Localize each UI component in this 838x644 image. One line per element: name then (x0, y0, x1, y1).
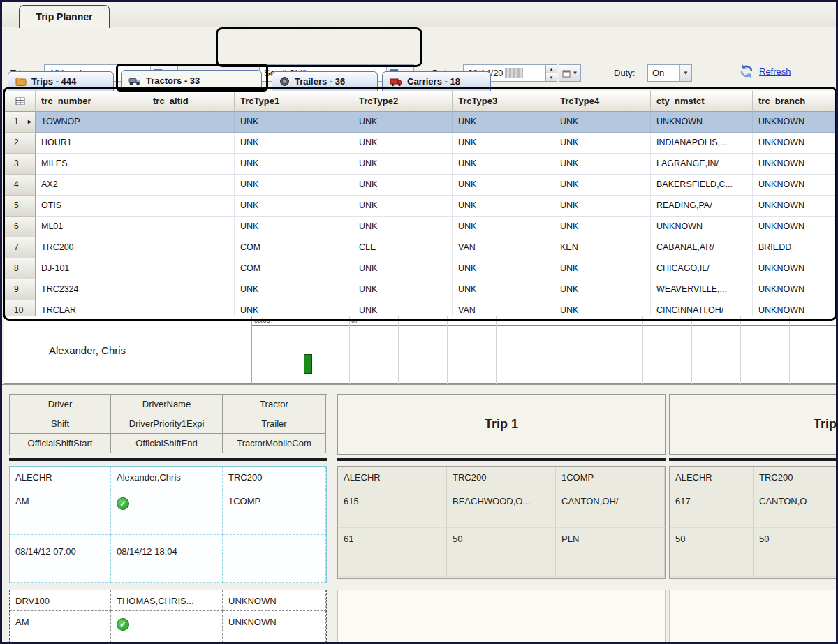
grid-cell[interactable]: UNK (554, 217, 651, 237)
grid-cell[interactable]: UNK (235, 154, 353, 175)
grid-cell[interactable]: BRIEDD (753, 237, 837, 258)
grid-cell[interactable]: UNKNOWN (753, 112, 837, 133)
driver-card-alechr[interactable]: ALECHR Alexander,Chris TRC200 AM ✓ 1COMP… (9, 466, 327, 583)
chevron-down-icon[interactable]: ▼ (679, 65, 691, 81)
grid-cell[interactable]: UNK (353, 112, 453, 133)
grid-cell[interactable]: TRC2324 (36, 279, 147, 300)
grid-cell[interactable]: CABANAL,AR/ (651, 237, 753, 258)
trip2-card[interactable]: ALECHR TRC200 617 CANTON,O 50 50 (669, 466, 838, 579)
grid-cell[interactable]: UNK (554, 112, 651, 133)
grid-cell[interactable]: COM (235, 258, 353, 279)
grid-cell[interactable] (147, 175, 235, 196)
empty-trip-slot[interactable] (337, 590, 666, 644)
grid-cell[interactable]: WEAVERVILLE,... (651, 279, 753, 300)
grid-cell[interactable]: UNK (235, 300, 353, 316)
grid-cell[interactable]: UNKNOWN (753, 258, 837, 279)
refresh-link[interactable]: Refresh (759, 66, 791, 77)
grid-cell[interactable]: VAN (453, 300, 554, 316)
grid-cell[interactable]: UNKNOWN (753, 279, 837, 300)
date-spinner[interactable]: ▲ ▼ (545, 64, 557, 82)
grid-cell[interactable]: UNKNOWN (753, 300, 837, 316)
column-header-cty-nmstct[interactable]: cty_nmstct (651, 91, 753, 112)
column-header-trc-branch[interactable]: trc_branch (753, 91, 837, 112)
grid-cell[interactable]: READING,PA/ (651, 196, 753, 217)
grid-cell[interactable] (147, 133, 235, 154)
grid-cell[interactable]: TRCLAR (36, 300, 147, 316)
grid-cell[interactable]: UNK (235, 175, 353, 196)
grid-cell[interactable]: KEN (554, 237, 651, 258)
column-header-trctype3[interactable]: TrcType3 (453, 91, 554, 112)
gantt-timeline[interactable]: 08/06 07 (252, 316, 838, 384)
grid-cell[interactable]: LAGRANGE,IN/ (651, 154, 753, 175)
grid-cell[interactable]: UNK (554, 196, 651, 217)
row-header[interactable]: 1► (5, 112, 36, 133)
row-header[interactable]: 9 (5, 279, 36, 300)
spin-up-icon[interactable]: ▲ (546, 65, 557, 73)
grid-cell[interactable]: BAKERSFIELD,C... (651, 175, 753, 196)
row-header[interactable]: 10 (5, 300, 36, 316)
row-header[interactable]: 3 (5, 154, 36, 175)
tab-carriers[interactable]: Carriers - 18 (382, 71, 491, 91)
date-calendar-button[interactable]: ▼ (559, 64, 581, 82)
grid-cell[interactable]: HOUR1 (36, 133, 147, 154)
grid-cell[interactable]: UNK (353, 196, 453, 217)
grid-cell[interactable]: TRC200 (36, 237, 147, 258)
grid-cell[interactable] (147, 300, 235, 316)
grid-cell[interactable]: UNKNOWN (651, 112, 753, 133)
grid-cell[interactable]: UNK (235, 112, 353, 133)
grid-cell[interactable]: UNK (453, 175, 554, 196)
grid-cell[interactable]: UNK (453, 196, 554, 217)
grid-cell[interactable]: UNK (554, 279, 651, 300)
grid-cell[interactable]: UNK (453, 279, 554, 300)
grid-cell[interactable]: UNK (453, 154, 554, 175)
row-header[interactable]: 8 (5, 258, 36, 279)
grid-cell[interactable]: UNK (353, 154, 453, 175)
grid-cell[interactable] (147, 196, 235, 217)
grid-cell[interactable]: UNK (353, 175, 453, 196)
gantt-driver-name[interactable]: Alexander, Chris (4, 316, 189, 384)
grid-cell[interactable]: UNKNOWN (753, 196, 837, 217)
grid-cell[interactable]: UNKNOWN (753, 217, 837, 237)
grid-cell[interactable] (147, 112, 235, 133)
grid-cell[interactable]: UNK (554, 300, 651, 316)
column-header-trc-number[interactable]: trc_number (36, 91, 147, 112)
grid-cell[interactable]: UNKNOWN (651, 217, 753, 237)
grid-cell[interactable]: CHICAGO,IL/ (651, 258, 753, 279)
tab-trailers[interactable]: Trailers - 36 (272, 71, 378, 91)
row-header[interactable]: 4 (5, 175, 36, 196)
grid-cell[interactable]: UNK (453, 133, 554, 154)
grid-cell[interactable]: UNKNOWN (753, 133, 837, 154)
grid-cell[interactable]: CINCINNATI,OH/ (651, 300, 753, 316)
row-header[interactable]: 2 (5, 133, 36, 154)
grid-cell[interactable]: UNK (353, 217, 453, 237)
grid-cell[interactable]: UNKNOWN (753, 154, 837, 175)
refresh-button[interactable]: Refresh (738, 64, 791, 79)
column-options-button[interactable] (5, 91, 36, 112)
grid-cell[interactable]: AX2 (36, 175, 147, 196)
tab-trips[interactable]: Trips - 444 (8, 71, 114, 91)
row-header[interactable]: 6 (5, 217, 36, 237)
grid-cell[interactable]: UNK (453, 258, 554, 279)
grid-cell[interactable]: 1OWNOP (36, 112, 147, 133)
grid-cell[interactable]: DJ-101 (36, 258, 147, 279)
grid-cell[interactable]: ML01 (36, 217, 147, 237)
grid-cell[interactable]: UNK (554, 154, 651, 175)
grid-cell[interactable]: COM (235, 237, 353, 258)
grid-cell[interactable]: UNK (554, 258, 651, 279)
grid-cell[interactable]: OTIS (36, 196, 147, 217)
grid-cell[interactable]: UNK (353, 279, 453, 300)
column-header-trc-altid[interactable]: trc_altid (147, 91, 235, 112)
spin-down-icon[interactable]: ▼ (546, 73, 557, 81)
grid-cell[interactable]: UNK (353, 258, 453, 279)
duty-combo[interactable]: On ▼ (647, 64, 692, 82)
grid-cell[interactable] (147, 154, 235, 175)
shift-schedule-bar[interactable] (304, 354, 312, 374)
grid-cell[interactable]: MILES (36, 154, 147, 175)
grid-cell[interactable]: UNK (235, 279, 353, 300)
tab-tractors[interactable]: Tractors - 33 (121, 70, 262, 91)
grid-cell[interactable]: UNKNOWN (753, 175, 837, 196)
grid-cell[interactable]: UNK (235, 196, 353, 217)
grid-cell[interactable] (147, 217, 235, 237)
grid-cell[interactable]: VAN (453, 237, 554, 258)
grid-cell[interactable]: UNK (554, 133, 651, 154)
